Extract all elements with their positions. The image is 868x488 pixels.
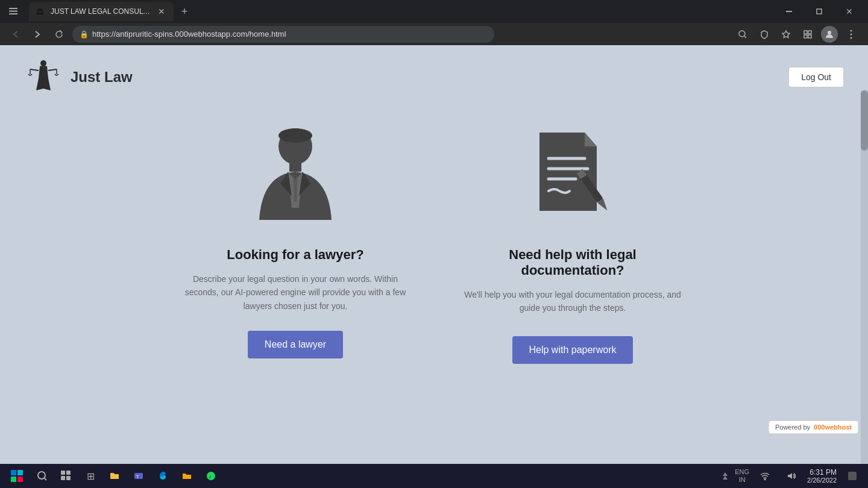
forward-button[interactable] — [29, 26, 46, 43]
taskbar-file-explorer-btn[interactable] — [104, 465, 125, 487]
svg-rect-37 — [66, 471, 71, 475]
main-content: Looking for a lawyer? Describe your lega… — [0, 108, 868, 388]
maximize-button[interactable] — [805, 2, 833, 21]
svg-rect-39 — [66, 476, 71, 480]
svg-rect-2 — [9, 13, 17, 14]
tab-title: JUST LAW LEGAL CONSULTORS — [51, 7, 152, 16]
svg-rect-9 — [804, 35, 807, 38]
taskbar-notification-btn[interactable] — [841, 465, 863, 487]
svg-rect-10 — [808, 35, 811, 38]
document-icon — [518, 120, 627, 229]
minimize-button[interactable] — [775, 2, 803, 21]
close-window-button[interactable]: ✕ — [835, 2, 863, 21]
lawyer-card: Looking for a lawyer? Describe your lega… — [181, 120, 410, 358]
svg-line-35 — [44, 478, 46, 480]
taskbar-widgets-btn[interactable]: ⊞ — [80, 465, 101, 487]
logout-button[interactable]: Log Out — [788, 67, 844, 87]
taskbar-teams-btn[interactable]: T — [128, 465, 149, 487]
svg-rect-38 — [61, 476, 65, 480]
taskbar-clock[interactable]: 6:31 PM 2/26/2022 — [807, 468, 837, 484]
profile-avatar — [821, 26, 838, 43]
svg-rect-3 — [786, 11, 792, 12]
browser-menu-icon-btn[interactable] — [841, 25, 861, 44]
scrollbar[interactable] — [861, 90, 868, 488]
scrollbar-thumb[interactable] — [861, 90, 868, 151]
svg-rect-36 — [61, 471, 65, 475]
taskbar-date: 2/26/2022 — [807, 477, 837, 484]
taskbar-tray-btn[interactable] — [720, 465, 730, 487]
taskbar-time: 6:31 PM — [807, 468, 837, 477]
svg-line-16 — [30, 69, 39, 70]
powered-by-label: Powered by — [775, 424, 810, 431]
svg-rect-45 — [848, 472, 857, 480]
paperwork-card-description: We'll help you with your legal documenta… — [458, 288, 687, 318]
paperwork-card-title: Need help with legal documentation? — [458, 247, 687, 278]
svg-point-13 — [851, 33, 852, 35]
url-text: https://antipruritic-spins.000webhostapp… — [92, 30, 286, 39]
lock-icon: 🔒 — [80, 30, 89, 39]
svg-text:♪: ♪ — [209, 474, 211, 480]
svg-point-12 — [851, 30, 852, 31]
svg-line-17 — [48, 69, 57, 70]
svg-point-22 — [278, 128, 312, 143]
svg-rect-1 — [9, 11, 17, 12]
site-title: Just Law — [71, 69, 133, 86]
svg-rect-4 — [817, 9, 822, 14]
url-bar[interactable]: 🔒 https://antipruritic-spins.000webhosta… — [72, 26, 494, 43]
lawyer-card-description: Describe your legal question in your own… — [181, 272, 410, 313]
start-button[interactable] — [5, 465, 29, 487]
window-controls-right: ✕ — [775, 2, 863, 21]
browser-collections-icon-btn[interactable] — [798, 25, 817, 44]
browser-tab-active[interactable]: ⚖ JUST LAW LEGAL CONSULTORS ✕ — [29, 2, 174, 21]
logo-area: Just Law — [24, 57, 133, 96]
address-bar: 🔒 https://antipruritic-spins.000webhosta… — [0, 23, 868, 45]
svg-text:T: T — [136, 475, 139, 479]
taskbar-search-btn[interactable] — [31, 465, 53, 487]
tab-bar: ⚖ JUST LAW LEGAL CONSULTORS ✕ + ✕ — [0, 0, 868, 23]
help-with-paperwork-button[interactable]: Help with paperwork — [512, 336, 634, 364]
svg-line-6 — [744, 36, 747, 38]
svg-rect-30 — [11, 470, 16, 475]
sidebar-toggle-btn[interactable] — [5, 3, 22, 20]
taskbar-app1-btn[interactable]: ♪ — [200, 465, 222, 487]
paperwork-card: Need help with legal documentation? We'l… — [458, 120, 687, 364]
browser-chrome: ⚖ JUST LAW LEGAL CONSULTORS ✕ + ✕ — [0, 0, 868, 45]
svg-rect-7 — [804, 31, 807, 34]
site-header: Just Law Log Out — [0, 45, 868, 108]
taskbar-edge-btn[interactable] — [152, 465, 174, 487]
svg-point-11 — [828, 31, 831, 34]
taskbar: ⊞ T ♪ ENGIN 6:31 PM 2/26/2022 — [0, 464, 868, 488]
browser-favorites-icon-btn[interactable] — [776, 25, 796, 44]
svg-rect-33 — [17, 477, 23, 482]
svg-rect-23 — [289, 163, 301, 172]
reload-button[interactable] — [51, 26, 68, 43]
svg-point-14 — [851, 37, 852, 39]
back-button[interactable] — [7, 26, 24, 43]
taskbar-folder-btn[interactable] — [176, 465, 198, 487]
toolbar-icons — [733, 25, 861, 44]
svg-rect-31 — [17, 470, 23, 475]
powered-by-brand: 000webhost — [814, 424, 852, 431]
logo-icon — [24, 57, 63, 96]
svg-rect-0 — [9, 8, 17, 9]
powered-by-badge: Powered by 000webhost — [769, 421, 858, 434]
lawyer-icon — [241, 120, 350, 229]
svg-point-44 — [764, 479, 766, 480]
tab-favicon-icon: ⚖ — [36, 7, 46, 16]
new-tab-button[interactable]: + — [176, 3, 193, 20]
taskbar-lang: ENGIN — [735, 468, 749, 484]
browser-search-icon-btn[interactable] — [733, 25, 752, 44]
svg-rect-32 — [11, 477, 16, 482]
need-a-lawyer-button[interactable]: Need a lawyer — [248, 331, 343, 358]
svg-rect-8 — [808, 31, 811, 34]
profile-icon-btn[interactable] — [820, 25, 839, 44]
page-content: Just Law Log Out — [0, 45, 868, 464]
taskbar-wifi-btn[interactable] — [754, 465, 776, 487]
tab-close-icon[interactable]: ✕ — [157, 7, 166, 16]
browser-shield-icon-btn[interactable] — [755, 25, 774, 44]
taskbar-volume-btn[interactable] — [781, 465, 802, 487]
lawyer-card-title: Looking for a lawyer? — [227, 247, 363, 263]
window-controls-left — [5, 3, 22, 20]
taskbar-taskview-btn[interactable] — [55, 465, 77, 487]
taskbar-right: ENGIN 6:31 PM 2/26/2022 — [720, 465, 863, 487]
